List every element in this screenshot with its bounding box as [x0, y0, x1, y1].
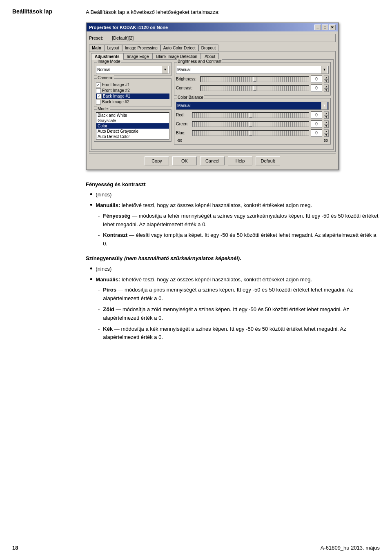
contrast-slider[interactable]: [200, 85, 309, 91]
dash-char-3: -: [98, 286, 100, 303]
blue-thumb[interactable]: [249, 131, 252, 136]
sidebar-title: Beállítások lap: [12, 8, 78, 15]
image-mode-arrow[interactable]: ▼: [162, 66, 168, 73]
help-button[interactable]: Help: [228, 156, 252, 165]
mode-group: Mode: Black and White Grayscale Color Au…: [94, 109, 172, 142]
green-up[interactable]: ▲: [324, 120, 329, 124]
preset-row: Preset: [Default][2]: [89, 34, 336, 42]
tab-layout[interactable]: Layout: [104, 45, 122, 51]
blue-up[interactable]: ▲: [324, 129, 329, 133]
blue-label: Blue:: [176, 131, 190, 135]
dash3-text: — módosítja a piros mennyiségét a színes…: [103, 287, 353, 301]
bullet-content-2: Manuális: lehetővé teszi, hogy az összes…: [96, 201, 380, 210]
color-balance-group: Color Balance Manual ▼: [174, 98, 331, 145]
preset-input[interactable]: [Default][2]: [110, 34, 336, 42]
contrast-thumb[interactable]: [253, 86, 256, 91]
maximize-button[interactable]: □: [322, 24, 328, 30]
ok-button[interactable]: OK: [172, 156, 197, 165]
cb-mode-select[interactable]: Manual ▼: [176, 102, 329, 110]
red-down[interactable]: ▼: [324, 115, 329, 119]
preset-value: [Default][2]: [112, 36, 134, 40]
brightness-slider[interactable]: [200, 76, 309, 82]
brightness-label: Brightness:: [176, 77, 198, 81]
scale-labels: -50 50: [176, 138, 329, 143]
contrast-up[interactable]: ▲: [324, 85, 329, 88]
mode-item-3[interactable]: Auto Detect Grayscale: [96, 129, 169, 134]
close-button[interactable]: ✕: [329, 24, 336, 30]
preset-label: Preset:: [89, 36, 107, 40]
left-panel: Image Mode Normal ▼: [94, 62, 172, 147]
red-spinners: ▲ ▼: [324, 111, 329, 119]
camera-item-label-0: Front Image #1: [102, 82, 130, 87]
bullet-dot-2: •: [90, 201, 92, 209]
camera-group: Camera: Front Image #1 Front: [94, 78, 172, 107]
cancel-button[interactable]: Cancel: [200, 156, 225, 165]
cb-content: Manual ▼ Red:: [176, 102, 329, 143]
sub-tab-about[interactable]: About: [201, 53, 219, 60]
sub-tab-blank-image-detection[interactable]: Blank Image Detection: [153, 53, 201, 60]
bullet-item-2: • Manuális: lehetővé teszi, hogy az össz…: [86, 201, 380, 210]
camera-checkbox-2[interactable]: [97, 94, 102, 99]
bullet-item-4: • Manuális: lehetővé teszi, hogy az össz…: [86, 276, 380, 284]
mode-listbox[interactable]: Black and White Grayscale Color Auto Det…: [96, 112, 169, 140]
sub-tab-image-edge-fill[interactable]: Image Edge: [123, 53, 153, 60]
section2-italic: (nem használható szürkeárnyalatos képekn…: [122, 255, 241, 261]
dialog-title: Properties for KODAK i1120 on None: [89, 25, 168, 30]
tab-main[interactable]: Main: [89, 45, 104, 51]
brightness-up[interactable]: ▲: [324, 76, 329, 79]
red-thumb[interactable]: [249, 113, 252, 118]
contrast-down[interactable]: ▼: [324, 88, 329, 92]
dash-char-5: -: [98, 325, 100, 342]
cb-mode-arrow[interactable]: ▼: [321, 102, 327, 109]
contrast-row: Contrast: 0 ▲ ▼: [176, 85, 329, 92]
red-value[interactable]: 0: [311, 111, 322, 119]
copy-button[interactable]: Copy: [145, 156, 169, 165]
dash-char-2: -: [98, 231, 100, 248]
sub-tab-adjustments[interactable]: Adjustments: [91, 53, 123, 60]
brightness-thumb[interactable]: [253, 77, 256, 82]
mode-item-4[interactable]: Auto Detect Color: [96, 134, 169, 139]
blue-value[interactable]: 0: [311, 129, 322, 137]
green-value[interactable]: 0: [311, 120, 322, 128]
page-footer: 18 A-61809_hu 2013. május: [0, 542, 392, 551]
brightness-value[interactable]: 0: [311, 76, 322, 83]
red-slider[interactable]: [192, 112, 309, 118]
section1-heading: Fényesség és kontraszt: [86, 180, 380, 189]
sub-tabs: Adjustments Image Edge Blank Image Detec…: [91, 53, 334, 60]
blue-down[interactable]: ▼: [324, 133, 329, 137]
tab-dropout[interactable]: Dropout: [198, 45, 219, 51]
blue-slider[interactable]: [192, 130, 309, 136]
section2-heading-text: Színegyensúly: [86, 255, 122, 261]
dialog-titlebar: Properties for KODAK i1120 on None _ □ ✕: [87, 23, 338, 31]
camera-item-2: Back Image #1: [96, 94, 169, 99]
tab-auto-color-detect[interactable]: Auto Color Detect: [160, 45, 198, 51]
contrast-value[interactable]: 0: [311, 85, 322, 92]
dash4-text: — módosítja a zöld mennyiségét a színes …: [103, 306, 349, 321]
dash-item-3: - Piros — módosítja a piros mennyiségét …: [86, 286, 380, 303]
camera-checkbox-0[interactable]: [96, 82, 101, 87]
camera-item-label-1: Front Image #2: [102, 88, 130, 93]
dash4-label: Zöld: [103, 306, 114, 312]
minimize-button[interactable]: _: [314, 24, 321, 30]
default-button[interactable]: Default: [256, 156, 280, 165]
green-slider[interactable]: [192, 121, 309, 127]
bullet2-prefix: Manuális:: [96, 202, 120, 208]
mode-item-0[interactable]: Black and White: [96, 113, 169, 118]
green-thumb[interactable]: [249, 122, 252, 127]
red-up[interactable]: ▲: [324, 111, 329, 115]
image-mode-value: Normal: [97, 67, 110, 72]
mode-item-2[interactable]: Color: [96, 123, 169, 129]
green-down[interactable]: ▼: [324, 124, 329, 128]
dash-item-4: - Zöld — módosítja a zöld mennyiségét a …: [86, 305, 380, 323]
tab-image-processing[interactable]: Image Processing: [122, 45, 160, 51]
brightness-row: Brightness: 0 ▲ ▼: [176, 76, 329, 83]
mode-item-1[interactable]: Grayscale: [96, 118, 169, 123]
brightness-down[interactable]: ▼: [324, 79, 329, 83]
bc-mode-select[interactable]: Manual ▼: [176, 66, 329, 74]
camera-checkbox-3[interactable]: [96, 100, 101, 105]
dash2-label: Kontraszt: [103, 232, 127, 238]
bc-mode-arrow[interactable]: ▼: [321, 66, 327, 73]
image-mode-select[interactable]: Normal ▼: [96, 66, 169, 74]
camera-checkbox-1[interactable]: [96, 88, 101, 93]
camera-item-3: Back Image #2: [96, 99, 169, 105]
